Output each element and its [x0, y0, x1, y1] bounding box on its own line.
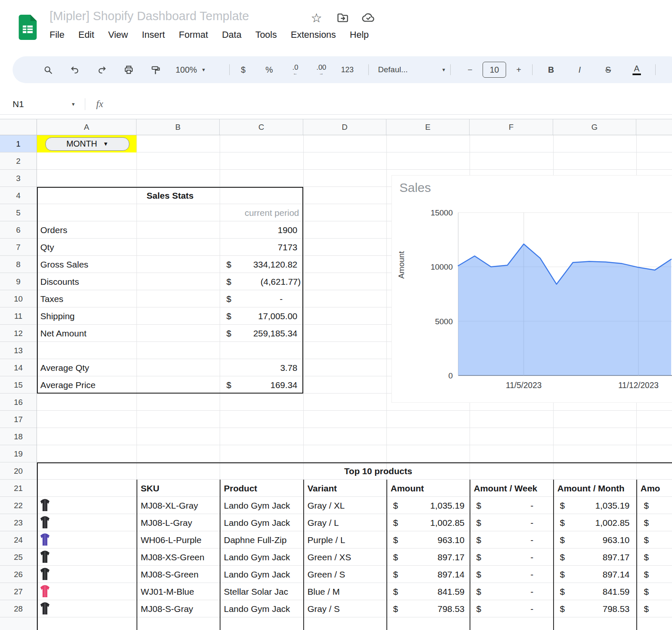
stats-label[interactable]: Taxes [40, 290, 200, 307]
product-amount-month[interactable]: 1,035.19 [553, 497, 630, 514]
product-amount-week[interactable]: - [470, 497, 533, 514]
fill-color-button[interactable] [667, 60, 672, 79]
product-variant[interactable]: Purple / L [307, 531, 386, 549]
row-header-17[interactable]: 17 [0, 411, 37, 428]
row-header-8[interactable]: 8 [0, 256, 37, 273]
product-name[interactable]: Lando Gym Jack [224, 600, 303, 617]
row-header-2[interactable]: 2 [0, 152, 37, 170]
row-header-7[interactable]: 7 [0, 239, 37, 256]
product-amount-month[interactable]: 1,002.85 [553, 514, 630, 531]
product-amount[interactable]: 897.17 [386, 549, 465, 566]
percent-format-button[interactable]: % [260, 60, 278, 79]
stats-value[interactable]: - [220, 290, 283, 307]
menu-help[interactable]: Help [350, 29, 369, 40]
product-variant[interactable]: Gray / XL [307, 497, 386, 514]
row-header-3[interactable]: 3 [0, 170, 37, 187]
row-header-10[interactable]: 10 [0, 290, 37, 307]
product-amount[interactable]: 841.59 [386, 583, 465, 600]
menu-edit[interactable]: Edit [78, 29, 94, 40]
col-header-A[interactable]: A [37, 119, 136, 135]
product-sku[interactable]: MJ08-XS-Green [141, 549, 218, 566]
product-amount-month[interactable]: 798.53 [553, 600, 630, 617]
row-header-26[interactable]: 26 [0, 566, 37, 583]
stats-value[interactable]: 3.78 [220, 359, 297, 376]
menu-view[interactable]: View [108, 29, 128, 40]
product-amount-week[interactable]: - [470, 514, 533, 531]
increase-decimal-button[interactable]: .00→ [312, 60, 331, 79]
row-header-6[interactable]: 6 [0, 221, 37, 239]
product-variant[interactable]: Green / XS [307, 549, 386, 566]
row-header-1[interactable]: 1 [0, 135, 37, 152]
col-header-F[interactable]: F [470, 119, 553, 135]
product-name[interactable]: Daphne Full-Zip [224, 531, 303, 549]
row-header-28[interactable]: 28 [0, 600, 37, 617]
product-amount-month[interactable]: 841.59 [553, 583, 630, 600]
col-header-D[interactable]: D [303, 119, 386, 135]
stats-label[interactable]: Gross Sales [40, 256, 200, 273]
text-color-button[interactable]: A [627, 60, 646, 79]
product-amount[interactable]: 897.14 [386, 566, 465, 583]
product-name[interactable]: Stellar Solar Jac [224, 583, 303, 600]
product-amount-week[interactable]: - [470, 566, 533, 583]
product-sku[interactable]: MJ08-XL-Gray [141, 497, 218, 514]
product-sku[interactable]: WH06-L-Purple [141, 531, 218, 549]
row-header-24[interactable]: 24 [0, 531, 37, 549]
stats-value[interactable]: 1900 [220, 221, 297, 239]
col-header-C[interactable]: C [220, 119, 303, 135]
row-header-9[interactable]: 9 [0, 273, 37, 290]
menu-extensions[interactable]: Extensions [291, 29, 336, 40]
product-amount-month[interactable]: 897.17 [553, 549, 630, 566]
print-button[interactable] [119, 60, 138, 79]
product-name[interactable]: Lando Gym Jack [224, 549, 303, 566]
stats-label[interactable]: Average Qty [40, 359, 200, 376]
row-header-12[interactable]: 12 [0, 325, 37, 342]
stats-label[interactable]: Average Price [40, 376, 200, 394]
row-header-19[interactable]: 19 [0, 445, 37, 462]
row-header-15[interactable]: 15 [0, 376, 37, 394]
italic-button[interactable]: I [570, 60, 589, 79]
product-variant[interactable]: Blue / M [307, 583, 386, 600]
stats-value[interactable]: 169.34 [220, 376, 297, 394]
product-sku[interactable]: MJ08-L-Gray [141, 514, 218, 531]
product-name[interactable]: Lando Gym Jack [224, 497, 303, 514]
font-size-input[interactable]: 10 [483, 62, 506, 78]
row-header-27[interactable]: 27 [0, 583, 37, 600]
product-name[interactable]: Lando Gym Jack [224, 566, 303, 583]
row-header-5[interactable]: 5 [0, 204, 37, 221]
move-to-folder-icon[interactable] [336, 11, 349, 26]
product-variant[interactable]: Gray / L [307, 514, 386, 531]
currency-format-button[interactable]: $ [234, 60, 252, 79]
product-amount-week[interactable]: - [470, 583, 533, 600]
decrease-decimal-button[interactable]: .0← [286, 60, 304, 79]
product-amount-month[interactable]: 963.10 [553, 531, 630, 549]
row-header-13[interactable]: 13 [0, 342, 37, 359]
row-header-21[interactable]: 21 [0, 480, 37, 497]
cloud-status-icon[interactable] [361, 11, 375, 26]
menu-tools[interactable]: Tools [255, 29, 277, 40]
stats-value[interactable]: 334,120.82 [220, 256, 297, 273]
stats-value[interactable]: 17,005.00 [220, 307, 297, 325]
stats-value[interactable]: (4,621.77) [220, 273, 301, 290]
stats-label[interactable]: Net Amount [40, 325, 200, 342]
undo-button[interactable] [66, 60, 84, 79]
more-formats-button[interactable]: 123 [338, 60, 357, 79]
row-header-22[interactable]: 22 [0, 497, 37, 514]
col-header-G[interactable]: G [553, 119, 636, 135]
star-icon[interactable]: ☆ [311, 11, 322, 25]
menu-data[interactable]: Data [222, 29, 241, 40]
stats-value[interactable]: 7173 [220, 239, 297, 256]
sales-chart[interactable]: Sales Amount 11/5/202311/12/202305000100… [391, 175, 672, 403]
stats-label[interactable]: Discounts [40, 273, 200, 290]
doc-title[interactable]: [Mipler] Shopify Dashboard Template [50, 9, 249, 23]
menu-insert[interactable]: Insert [142, 29, 165, 40]
menu-file[interactable]: File [50, 29, 64, 40]
row-header-25[interactable]: 25 [0, 549, 37, 566]
product-amount[interactable]: 1,035.19 [386, 497, 465, 514]
product-amount-week[interactable]: - [470, 549, 533, 566]
increase-font-size-button[interactable]: + [509, 60, 528, 79]
stats-label[interactable]: Qty [40, 239, 200, 256]
col-header-B[interactable]: B [136, 119, 220, 135]
select-all-corner[interactable] [0, 119, 37, 135]
paint-format-button[interactable] [146, 60, 165, 79]
product-sku[interactable]: MJ08-S-Gray [141, 600, 218, 617]
